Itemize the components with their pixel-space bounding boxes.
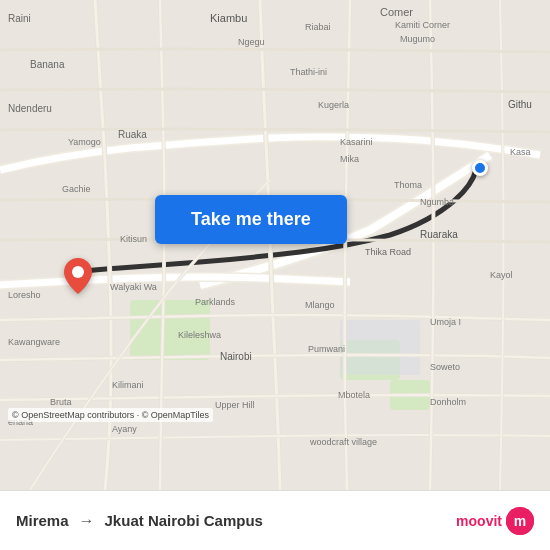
svg-text:Yamogo: Yamogo bbox=[68, 137, 101, 147]
svg-text:Mugumo: Mugumo bbox=[400, 34, 435, 44]
svg-text:Thoma: Thoma bbox=[394, 180, 422, 190]
svg-text:Soweto: Soweto bbox=[430, 362, 460, 372]
svg-text:Thika Road: Thika Road bbox=[365, 247, 411, 257]
svg-text:Kamiti Corner: Kamiti Corner bbox=[395, 20, 450, 30]
svg-text:Donholm: Donholm bbox=[430, 397, 466, 407]
svg-text:Comer: Comer bbox=[380, 6, 413, 18]
bottom-bar: Mirema → Jkuat Nairobi Campus moovit m bbox=[0, 490, 550, 550]
svg-text:Riabai: Riabai bbox=[305, 22, 331, 32]
svg-text:Ayany: Ayany bbox=[112, 424, 137, 434]
svg-text:Loresho: Loresho bbox=[8, 290, 41, 300]
svg-point-48 bbox=[72, 266, 84, 278]
svg-text:Kilimani: Kilimani bbox=[112, 380, 144, 390]
svg-text:Kasarini: Kasarini bbox=[340, 137, 373, 147]
svg-text:Raini: Raini bbox=[8, 13, 31, 24]
svg-text:Kasa: Kasa bbox=[510, 147, 531, 157]
svg-text:Umoja I: Umoja I bbox=[430, 317, 461, 327]
moovit-logo: moovit m bbox=[456, 507, 534, 535]
svg-text:Thathi-ini: Thathi-ini bbox=[290, 67, 327, 77]
svg-text:Nairobi: Nairobi bbox=[220, 351, 252, 362]
svg-text:Kileleshwa: Kileleshwa bbox=[178, 330, 221, 340]
direction-arrow-icon: → bbox=[79, 512, 95, 530]
svg-text:Pumwani: Pumwani bbox=[308, 344, 345, 354]
map-attribution: © OpenStreetMap contributors · © OpenMap… bbox=[8, 408, 213, 422]
origin-label: Mirema bbox=[16, 512, 69, 529]
svg-text:Ngegu: Ngegu bbox=[238, 37, 265, 47]
svg-text:Banana: Banana bbox=[30, 59, 65, 70]
svg-rect-4 bbox=[340, 320, 420, 375]
svg-text:Ruaraka: Ruaraka bbox=[420, 229, 458, 240]
moovit-text: moovit bbox=[456, 513, 502, 529]
svg-text:Kiambu: Kiambu bbox=[210, 12, 247, 24]
svg-text:Gachie: Gachie bbox=[62, 184, 91, 194]
map-container: Comer Kiambu Raini Banana Ngegu Riabai M… bbox=[0, 0, 550, 490]
svg-text:Githu: Githu bbox=[508, 99, 532, 110]
svg-text:Mbotela: Mbotela bbox=[338, 390, 370, 400]
svg-text:Mlango: Mlango bbox=[305, 300, 335, 310]
svg-text:woodcraft village: woodcraft village bbox=[309, 437, 377, 447]
svg-text:Kayol: Kayol bbox=[490, 270, 513, 280]
moovit-icon: m bbox=[506, 507, 534, 535]
svg-text:Walyaki Wa: Walyaki Wa bbox=[110, 282, 157, 292]
svg-text:Kawangware: Kawangware bbox=[8, 337, 60, 347]
svg-text:Bruta: Bruta bbox=[50, 397, 72, 407]
svg-text:Kugerla: Kugerla bbox=[318, 100, 349, 110]
svg-text:Upper Hill: Upper Hill bbox=[215, 400, 255, 410]
svg-text:Ruaka: Ruaka bbox=[118, 129, 147, 140]
svg-text:Parklands: Parklands bbox=[195, 297, 236, 307]
origin-pin bbox=[64, 258, 92, 298]
svg-text:Kitisun: Kitisun bbox=[120, 234, 147, 244]
svg-text:Ndenderu: Ndenderu bbox=[8, 103, 52, 114]
svg-text:m: m bbox=[514, 513, 526, 529]
take-me-there-button[interactable]: Take me there bbox=[155, 195, 347, 244]
svg-text:Mika: Mika bbox=[340, 154, 359, 164]
svg-text:Ngumba: Ngumba bbox=[420, 197, 454, 207]
destination-label: Jkuat Nairobi Campus bbox=[105, 512, 263, 529]
destination-pin bbox=[472, 160, 488, 176]
